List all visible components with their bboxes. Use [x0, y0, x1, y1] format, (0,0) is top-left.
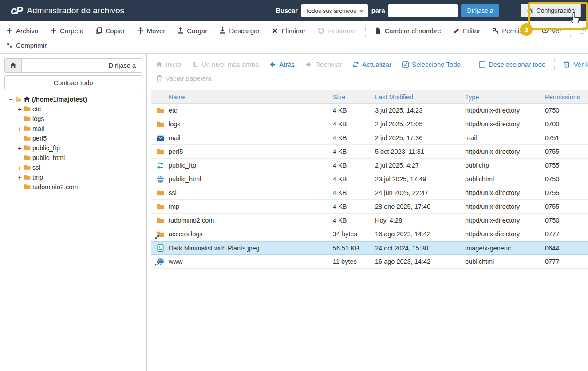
home-icon: [10, 62, 16, 69]
toolbar-archivo[interactable]: Archivo: [6, 27, 38, 35]
file-size: 4 KB: [333, 203, 375, 210]
file-permissions: 0751: [545, 134, 588, 141]
file-name: logs: [169, 121, 333, 128]
table-row-tudominio2-com[interactable]: tudominio2.com4 KBHoy, 4:28httpd/unix-di…: [151, 214, 588, 227]
search-input[interactable]: [388, 4, 458, 17]
file-modified: Hoy, 4:28: [375, 217, 465, 224]
tree-toggle[interactable]: +: [17, 144, 23, 152]
tree-toggle[interactable]: +: [17, 105, 23, 113]
file-modified: 16 ago 2023, 14:42: [375, 258, 465, 265]
header-go-button[interactable]: Diríjase a: [461, 4, 499, 17]
file-modified: 2 jul 2025, 21:05: [375, 121, 465, 128]
home-button[interactable]: [5, 59, 22, 72]
table-row-logs[interactable]: logs4 KB2 jul 2025, 21:05httpd/unix-dire…: [151, 117, 588, 131]
search-label: Buscar: [276, 7, 298, 14]
filenav-deseleccionar-todo[interactable]: Deseleccionar todo: [479, 61, 545, 68]
column-header-type[interactable]: Type: [465, 94, 545, 101]
link-icon: [154, 262, 160, 267]
file-permissions: 0755: [545, 189, 588, 196]
toolbar-ver[interactable]: Ver: [542, 27, 562, 35]
file-permissions: 0777: [545, 230, 588, 238]
file-name: public_html: [169, 176, 333, 183]
file-permissions: 0644: [545, 245, 588, 252]
folder-icon: [24, 144, 31, 152]
table-row-ssl[interactable]: ssl4 KB24 jun 2025, 22:47httpd/unix-dire…: [151, 186, 588, 200]
tree-toggle[interactable]: +: [17, 164, 23, 172]
tree-toggle[interactable]: +: [17, 125, 23, 133]
content-area: Diríjase a Contraer todo −(/home1/majote…: [0, 54, 588, 371]
tree-toggle[interactable]: −: [8, 96, 14, 103]
tree-item-ssl[interactable]: +ssl: [4, 163, 142, 172]
table-row-dark-minimalist-with-plants-jpeg[interactable]: Dark Minimalist with Plants.jpeg56,51 KB…: [151, 241, 588, 255]
table-row-access-logs[interactable]: access-logs34 bytes16 ago 2023, 14:42htt…: [151, 227, 588, 241]
toolbar-copiar[interactable]: Copiar: [95, 27, 125, 35]
tree-item-label: ssl: [32, 164, 40, 171]
file-size: 4 KB: [333, 176, 375, 183]
globe-icon: [151, 172, 169, 186]
table-row-public-ftp[interactable]: public_ftp4 KB2 jul 2025, 4:27publicftp0…: [151, 159, 588, 172]
table-row-public-html[interactable]: public_html4 KB23 jul 2025, 17:49publich…: [151, 172, 588, 186]
collapse-all-button[interactable]: Contraer todo: [4, 75, 142, 90]
search-scope-select[interactable]: Todos sus archivos: [301, 4, 368, 17]
table-row-mail[interactable]: mail4 KB2 jul 2025, 17:36mail0751: [151, 131, 588, 145]
filenav-atras[interactable]: Atrás: [269, 61, 295, 68]
download-icon: [219, 27, 226, 34]
filenav-reenviar: Reenviar: [305, 61, 342, 68]
tree-item-mail[interactable]: +mail: [4, 124, 142, 133]
tree-item-public-ftp[interactable]: +public_ftp: [4, 143, 142, 153]
file-type: httpd/unix-directory: [465, 217, 545, 224]
toolbar-eliminar[interactable]: Eliminar: [272, 27, 305, 35]
filenav-actualizar[interactable]: Actualizar: [352, 61, 391, 68]
file-name: etc: [169, 107, 333, 114]
tree-item-etc[interactable]: +etc: [4, 104, 142, 114]
toolbar-mover[interactable]: Mover: [137, 27, 166, 35]
file-modified: 23 jul 2025, 17:49: [375, 176, 465, 183]
filenav-ver-la-papelera[interactable]: Ver la papelera: [564, 61, 588, 68]
column-header-name[interactable]: Name: [169, 94, 333, 101]
filenav-vaciar-papelera: Vaciar papelera: [156, 74, 212, 82]
file-modified: 3 jul 2025, 14:23: [375, 107, 465, 114]
toolbar-comprimir[interactable]: Comprimir: [6, 42, 47, 49]
file-name: Dark Minimalist with Plants.jpeg: [169, 245, 333, 252]
table-row-tmp[interactable]: tmp4 KB28 ene 2025, 17:40httpd/unix-dire…: [151, 200, 588, 214]
filenav-seleccione-todo[interactable]: Seleccione Todo: [402, 61, 461, 68]
file-type: image/x-generic: [465, 245, 545, 252]
tree-item-tmp[interactable]: +tmp: [4, 172, 142, 182]
tree-item-logs[interactable]: logs: [4, 114, 142, 124]
file-type: httpd/unix-directory: [465, 189, 545, 196]
file-permissions: 0750: [545, 176, 588, 183]
toolbar-editar[interactable]: Editar: [453, 27, 480, 35]
tree-item-tudominio2-com[interactable]: tudominio2.com: [4, 182, 142, 192]
path-input[interactable]: [22, 59, 103, 72]
toolbar-cambiar-el-nombre[interactable]: Cambiar el nombre: [375, 27, 441, 35]
column-header-modified[interactable]: Last Modified: [375, 94, 465, 101]
directory-tree: −(/home1/majotest)+etclogs+mailperl5+pub…: [4, 94, 142, 192]
tree-item-perl5[interactable]: perl5: [4, 133, 142, 143]
tree-toggle[interactable]: +: [17, 174, 23, 181]
toolbar-descargar[interactable]: Descargar: [219, 27, 260, 35]
table-row-perl5[interactable]: perl54 KB5 oct 2023, 11:31httpd/unix-dir…: [151, 145, 588, 159]
file-type: publichtml: [465, 258, 545, 265]
arrowleft-icon: [269, 61, 276, 68]
table-row-etc[interactable]: etc4 KB3 jul 2025, 14:23httpd/unix-direc…: [151, 104, 588, 117]
column-header-permissions[interactable]: Permissions: [545, 94, 588, 101]
file-type: httpd/unix-directory: [465, 203, 545, 210]
tree-item-public-html[interactable]: public_html: [4, 153, 142, 163]
file-modified: 5 oct 2023, 11:31: [375, 148, 465, 155]
tree-item-home1-majotest[interactable]: −(/home1/majotest): [4, 94, 142, 104]
toolbar-permisos[interactable]: Permisos: [492, 27, 530, 35]
table-row-www[interactable]: www11 bytes16 ago 2023, 14:42publichtml0…: [151, 255, 588, 269]
file-size: 56,51 KB: [333, 245, 375, 252]
file-name: www: [169, 258, 333, 265]
column-header-size[interactable]: Size: [333, 94, 375, 101]
file-modified: 28 ene 2025, 17:40: [375, 203, 465, 210]
checkbox-checked-icon: [402, 61, 409, 68]
toolbar-cargar[interactable]: Cargar: [177, 27, 207, 35]
sidebar-go-button[interactable]: Diríjase a: [103, 59, 142, 72]
tree-item-label: logs: [32, 115, 44, 122]
settings-button[interactable]: Configuración: [521, 4, 581, 17]
move-icon: [137, 27, 144, 34]
toolbar-carpeta[interactable]: Carpeta: [50, 27, 83, 35]
file-size: 4 KB: [333, 134, 375, 141]
folder-icon: [151, 186, 169, 199]
